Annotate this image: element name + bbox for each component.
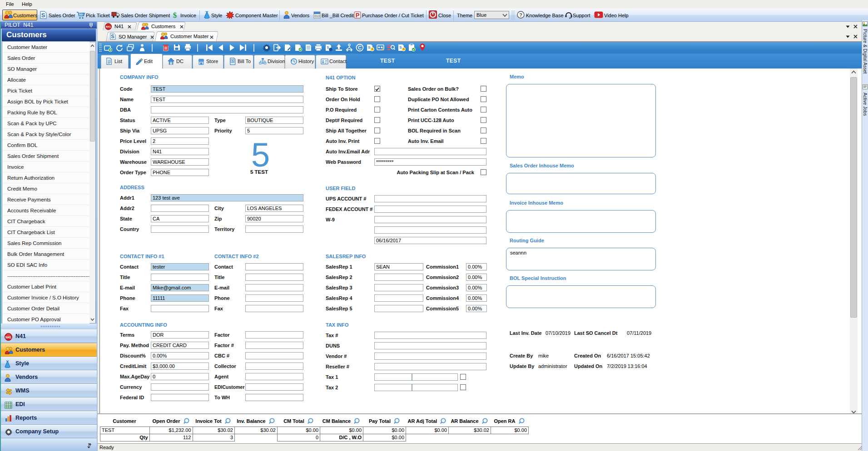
svg-text:$: $	[173, 11, 177, 19]
svg-text:C: C	[358, 45, 362, 50]
svg-text:S: S	[111, 34, 114, 39]
svg-text:S: S	[41, 12, 45, 19]
svg-text:010: 010	[314, 15, 320, 18]
svg-text:N41: N41	[5, 336, 11, 339]
svg-text:N41: N41	[106, 25, 111, 28]
svg-text:P: P	[356, 12, 360, 19]
svg-text:S: S	[327, 45, 329, 49]
svg-text:?: ?	[519, 12, 522, 18]
